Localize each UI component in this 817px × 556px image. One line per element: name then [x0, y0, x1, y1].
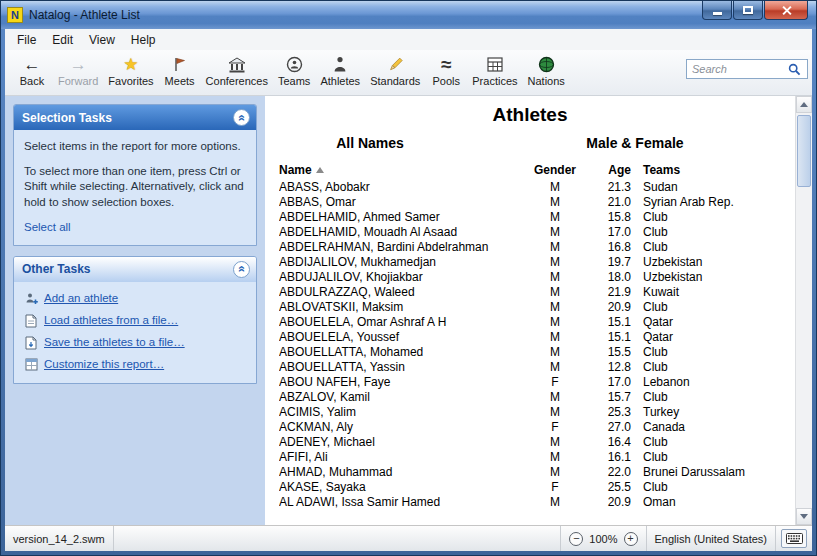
column-header-name[interactable]: Name [279, 163, 527, 177]
cell-name: ACIMIS, Yalim [279, 405, 527, 420]
selection-tasks-text-2: To select more than one item, press Ctrl… [24, 164, 246, 210]
customize-report-link[interactable]: Customize this report… [44, 357, 164, 372]
scroll-down-button[interactable] [796, 508, 812, 525]
table-row[interactable]: ABOUELLATTA, YassinM12.8Club [265, 360, 795, 375]
table-row[interactable]: ABDELHAMID, Ahmed SamerM15.8Club [265, 210, 795, 225]
keyboard-layout-button[interactable] [781, 529, 807, 548]
selection-tasks-header[interactable]: Selection Tasks » [14, 105, 256, 130]
task-sidebar: Selection Tasks » Select items in the re… [5, 96, 265, 525]
cell-teams: Club [631, 210, 795, 225]
table-row[interactable]: ABOU NAFEH, FayeF17.0Lebanon [265, 375, 795, 390]
table-row[interactable]: ABDUJALILOV, KhojiakbarM18.0Uzbekistan [265, 270, 795, 285]
close-button[interactable] [764, 1, 808, 20]
cell-name: ABOUELLATTA, Mohamed [279, 345, 527, 360]
collapse-other-tasks-button[interactable]: » [233, 261, 250, 278]
table-row[interactable]: ABASS, AbobakrM21.3Sudan [265, 180, 795, 195]
toolbar-back-button[interactable]: ← Back [11, 53, 53, 88]
column-header-teams[interactable]: Teams [631, 163, 795, 177]
table-row[interactable]: ABZALOV, KamilM15.7Club [265, 390, 795, 405]
menu-file[interactable]: File [9, 31, 44, 49]
open-file-icon [24, 314, 38, 328]
table-row[interactable]: ABBAS, OmarM21.0Syrian Arab Rep. [265, 195, 795, 210]
toolbar-standards-label: Standards [370, 75, 420, 87]
add-athlete-link[interactable]: Add an athlete [44, 291, 118, 306]
toolbar-standards-button[interactable]: Standards [365, 53, 425, 88]
toolbar-favorites-button[interactable]: ★ Favorites [103, 53, 158, 88]
back-arrow-icon: ← [24, 55, 41, 74]
zoom-in-button[interactable]: + [624, 532, 638, 546]
table-row[interactable]: ADENEY, MichaelM16.4Club [265, 435, 795, 450]
scroll-thumb[interactable] [797, 115, 811, 187]
column-header-age[interactable]: Age [583, 163, 631, 177]
toolbar-nations-button[interactable]: Nations [523, 53, 570, 88]
menu-edit[interactable]: Edit [44, 31, 81, 49]
flag-icon [172, 55, 188, 74]
table-row[interactable]: AFIFI, AliM16.1Club [265, 450, 795, 465]
cell-gender: M [527, 255, 583, 270]
cell-teams: Qatar [631, 315, 795, 330]
cell-teams: Oman [631, 495, 795, 510]
title-bar[interactable]: N Natalog - Athlete List [1, 1, 816, 29]
column-header-gender[interactable]: Gender [527, 163, 583, 177]
toolbar-practices-button[interactable]: Practices [467, 53, 522, 88]
collapse-selection-tasks-button[interactable]: » [233, 109, 250, 126]
cell-age: 15.8 [583, 210, 631, 225]
cell-name: AHMAD, Muhammad [279, 465, 527, 480]
other-tasks-header[interactable]: Other Tasks » [14, 257, 256, 282]
toolbar-meets-button[interactable]: Meets [159, 53, 201, 88]
search-icon[interactable] [788, 63, 801, 76]
cell-gender: M [527, 495, 583, 510]
cell-gender: M [527, 360, 583, 375]
menu-view[interactable]: View [81, 31, 123, 49]
scroll-up-icon [800, 102, 808, 107]
waves-icon: ≈ [441, 55, 451, 74]
save-athletes-link[interactable]: Save the athletes to a file… [44, 335, 185, 350]
minimize-button[interactable] [702, 1, 732, 20]
cell-gender: M [527, 240, 583, 255]
window-title: Natalog - Athlete List [29, 8, 140, 22]
maximize-button[interactable] [733, 1, 763, 20]
report-title: Athletes [265, 104, 795, 126]
zoom-out-button[interactable]: − [569, 532, 583, 546]
cell-age: 21.9 [583, 285, 631, 300]
table-row[interactable]: ABLOVATSKII, MaksimM20.9Club [265, 300, 795, 315]
person-icon [332, 55, 348, 74]
table-row[interactable]: ACKMAN, AlyF27.0Canada [265, 420, 795, 435]
chevron-up-icon: » [236, 266, 248, 273]
table-row[interactable]: ACIMIS, YalimM25.3Turkey [265, 405, 795, 420]
table-row[interactable]: ABOUELELA, Omar Ashraf A HM15.1Qatar [265, 315, 795, 330]
toolbar-forward-button[interactable]: → Forward [53, 53, 103, 88]
table-row[interactable]: ABDELRAHMAN, Bardini AbdelrahmanM16.8Clu… [265, 240, 795, 255]
scroll-track[interactable] [796, 113, 812, 508]
table-row[interactable]: ABDULRAZZAQ, WaleedM21.9Kuwait [265, 285, 795, 300]
load-athletes-link[interactable]: Load athletes from a file… [44, 313, 178, 328]
language-indicator[interactable]: English (United States) [647, 526, 777, 551]
toolbar-forward-label: Forward [58, 75, 98, 87]
toolbar-athletes-button[interactable]: Athletes [315, 53, 365, 88]
cell-age: 25.5 [583, 480, 631, 495]
menu-help[interactable]: Help [123, 31, 164, 49]
toolbar-conferences-button[interactable]: Conferences [201, 53, 273, 88]
table-row[interactable]: ABOUELLATTA, MohamedM15.5Club [265, 345, 795, 360]
toolbar-teams-button[interactable]: Teams [273, 53, 315, 88]
cell-teams: Club [631, 300, 795, 315]
table-row[interactable]: ABDIJALILOV, MukhamedjanM19.7Uzbekistan [265, 255, 795, 270]
chevron-up-icon: » [236, 114, 248, 121]
scroll-up-button[interactable] [796, 96, 812, 113]
table-row[interactable]: AHMAD, MuhammadM22.0Brunei Darussalam [265, 465, 795, 480]
cell-name: AKASE, Sayaka [279, 480, 527, 495]
table-row[interactable]: ABOUELELA, YoussefM15.1Qatar [265, 330, 795, 345]
cell-age: 19.7 [583, 255, 631, 270]
other-tasks-body: Add an athlete Load athletes from a file… [14, 282, 256, 383]
table-row[interactable]: AKASE, SayakaF25.5Club [265, 480, 795, 495]
cell-teams: Club [631, 390, 795, 405]
cell-name: ABDIJALILOV, Mukhamedjan [279, 255, 527, 270]
vertical-scrollbar[interactable] [795, 96, 812, 525]
table-row[interactable]: AL ADAWI, Issa Samir HamedM20.9Oman [265, 495, 795, 510]
search-input[interactable] [692, 63, 788, 75]
toolbar-pools-button[interactable]: ≈ Pools [425, 53, 467, 88]
select-all-link[interactable]: Select all [24, 221, 71, 233]
table-row[interactable]: ABDELHAMID, Mouadh Al AsaadM17.0Club [265, 225, 795, 240]
cell-name: ABDELRAHMAN, Bardini Abdelrahman [279, 240, 527, 255]
load-athletes-item: Load athletes from a file… [24, 313, 246, 328]
